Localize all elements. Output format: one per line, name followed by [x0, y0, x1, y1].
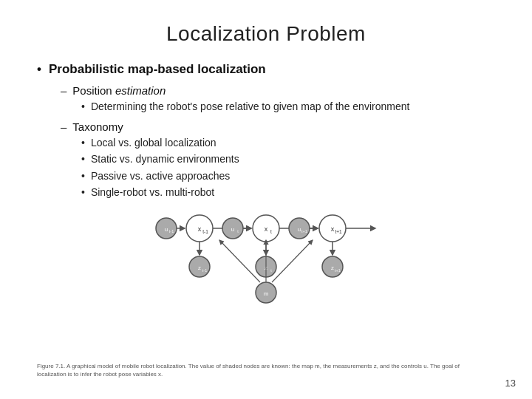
taxonomy-bullet-4-text: Single-robot vs. multi-robot: [91, 185, 214, 200]
taxonomy-bullet-2: • Static vs. dynamic environments: [81, 152, 495, 167]
svg-text:t+1: t+1: [301, 229, 307, 233]
dash-symbol-1: –: [61, 84, 66, 97]
svg-text:t-1: t-1: [202, 229, 208, 234]
svg-text:t+1: t+1: [335, 268, 341, 273]
svg-text:u: u: [231, 226, 234, 233]
dash-taxonomy: – Taxonomy: [61, 120, 495, 133]
main-bullet: • Probabilistic map-based localization: [37, 62, 495, 77]
bullet-symbol: •: [37, 62, 41, 77]
svg-line-40: [272, 240, 313, 282]
position-bullet-1-text: Determining the robot's pose relative to…: [91, 100, 409, 115]
taxonomy-bullet-3-text: Passive vs. active approaches: [91, 169, 230, 184]
taxonomy-sub-bullets: • Local vs. global localization • Static…: [81, 136, 495, 200]
dot-t2: •: [81, 152, 85, 167]
taxonomy-bullet-1: • Local vs. global localization: [81, 136, 495, 151]
section-position-label: Position estimation: [72, 84, 166, 97]
taxonomy-bullet-2-text: Static vs. dynamic environments: [91, 152, 239, 167]
taxonomy-bullet-4: • Single-robot vs. multi-robot: [81, 185, 495, 200]
dot-t1: •: [81, 136, 85, 151]
section-taxonomy: – Taxonomy • Local vs. global localizati…: [61, 120, 495, 200]
svg-text:x: x: [198, 225, 202, 233]
main-bullet-text: Probabilistic map-based localization: [49, 62, 266, 77]
dash-position: – Position estimation: [61, 84, 495, 97]
section-position: – Position estimation • Determining the …: [61, 84, 495, 115]
section-taxonomy-label: Taxonomy: [72, 120, 123, 133]
diagram-svg: x t-1 x t x t+1 u t-1 u t u: [140, 208, 392, 304]
estimation-italic: estimation: [115, 84, 166, 97]
taxonomy-bullet-3: • Passive vs. active approaches: [81, 169, 495, 184]
position-sub-bullets: • Determining the robot's pose relative …: [81, 100, 495, 115]
svg-text:m: m: [264, 290, 269, 297]
svg-text:z: z: [198, 265, 201, 271]
slide: Localization Problem • Probabilistic map…: [0, 0, 532, 399]
svg-text:x: x: [331, 225, 335, 233]
svg-text:u: u: [298, 226, 301, 233]
slide-title: Localization Problem: [37, 22, 495, 46]
svg-text:t-1: t-1: [169, 229, 174, 233]
svg-text:t: t: [270, 229, 272, 234]
dot-1: •: [81, 100, 85, 115]
dash-symbol-2: –: [61, 120, 66, 133]
svg-text:t-1: t-1: [202, 268, 207, 273]
svg-line-38: [219, 240, 260, 282]
page-number: 13: [505, 378, 516, 389]
svg-text:u: u: [165, 226, 168, 233]
svg-text:t+1: t+1: [335, 229, 342, 234]
diagram-area: x t-1 x t x t+1 u t-1 u t u: [37, 208, 495, 304]
taxonomy-bullet-1-text: Local vs. global localization: [91, 136, 216, 151]
svg-text:x: x: [265, 225, 268, 233]
svg-text:z: z: [331, 265, 334, 271]
dot-t3: •: [81, 169, 85, 184]
position-bullet-1: • Determining the robot's pose relative …: [81, 100, 495, 115]
figure-caption: Figure 7.1. A graphical model of mobile …: [37, 362, 480, 378]
dot-t4: •: [81, 185, 85, 200]
